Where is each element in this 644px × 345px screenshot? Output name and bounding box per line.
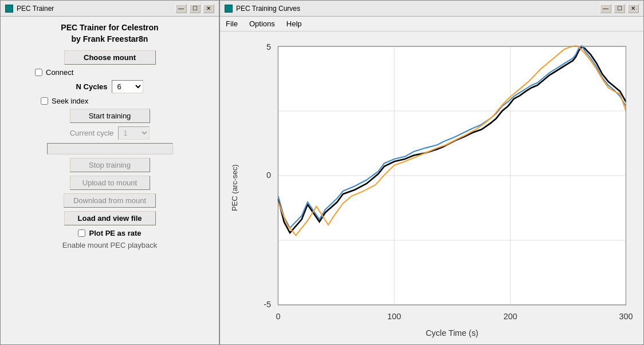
stop-training-button[interactable]: Stop training <box>70 158 150 172</box>
current-cycle-label: Current cycle <box>70 129 114 137</box>
n-cycles-label: N Cycles <box>76 82 108 91</box>
right-titlebar-left: PEC Training Curves <box>225 5 300 13</box>
current-cycle-dropdown[interactable]: 1 <box>118 126 150 140</box>
right-maximize-button[interactable]: ☐ <box>614 4 625 13</box>
left-titlebar: PEC Trainer — ☐ ✕ <box>1 1 219 17</box>
right-app-icon <box>225 5 233 13</box>
svg-text:100: 100 <box>387 311 401 320</box>
progress-bar <box>47 143 173 154</box>
svg-text:-5: -5 <box>264 300 271 309</box>
connect-label: Connect <box>46 68 73 77</box>
chart-inner: 5 0 -5 0 100 200 300 Cycle Time (s) <box>249 37 638 339</box>
left-panel: PEC Trainer — ☐ ✕ PEC Trainer for Celest… <box>0 0 219 345</box>
chart-y-label: PEC (arc-sec) <box>220 37 249 339</box>
plot-pe-label: Plot PE as rate <box>89 229 141 237</box>
seek-index-label: Seek index <box>52 97 88 105</box>
connect-checkbox[interactable] <box>35 69 42 76</box>
right-window-title: PEC Training Curves <box>236 5 300 13</box>
svg-text:0: 0 <box>276 311 280 320</box>
n-cycles-row: N Cycles 6 3 9 12 <box>76 80 144 93</box>
chart-svg: 5 0 -5 0 100 200 300 Cycle Time (s) <box>249 37 638 339</box>
app-title: PEC Trainer for Celestron by Frank Frees… <box>61 22 158 45</box>
minimize-button[interactable]: — <box>175 4 187 13</box>
menu-help[interactable]: Help <box>281 18 308 29</box>
chart-svg-container: 5 0 -5 0 100 200 300 Cycle Time (s) <box>249 37 638 339</box>
menu-bar: File Options Help <box>220 17 643 31</box>
plot-pe-checkbox[interactable] <box>78 229 85 237</box>
left-window-title: PEC Trainer <box>17 5 54 13</box>
right-close-button[interactable]: ✕ <box>627 4 639 13</box>
app-icon <box>5 5 13 13</box>
load-and-view-file-button[interactable]: Load and view file <box>64 211 156 225</box>
close-button[interactable]: ✕ <box>203 4 214 13</box>
menu-file[interactable]: File <box>220 18 244 29</box>
svg-text:200: 200 <box>504 311 517 320</box>
download-from-mount-button[interactable]: Download from mount <box>64 193 156 208</box>
chart-area: PEC (arc-sec) <box>220 31 643 344</box>
svg-text:0: 0 <box>266 170 271 180</box>
plot-pe-row: Plot PE as rate <box>78 229 141 237</box>
svg-text:5: 5 <box>266 42 271 51</box>
left-content: PEC Trainer for Celestron by Frank Frees… <box>1 17 219 344</box>
upload-to-mount-button[interactable]: Upload to mount <box>70 176 150 190</box>
seek-index-row: Seek index <box>41 97 88 105</box>
maximize-button[interactable]: ☐ <box>189 4 201 13</box>
app-title-line2: by Frank Freestar8n <box>61 34 158 45</box>
app-title-line1: PEC Trainer for Celestron <box>61 22 158 34</box>
right-minimize-button[interactable]: — <box>600 4 611 13</box>
seek-index-checkbox[interactable] <box>41 97 48 105</box>
svg-text:300: 300 <box>619 311 633 320</box>
current-cycle-row: Current cycle 1 <box>70 126 150 140</box>
choose-mount-button[interactable]: Choose mount <box>64 50 156 65</box>
left-titlebar-controls: — ☐ ✕ <box>175 4 214 13</box>
enable-mount-pec-label: Enable mount PEC playback <box>62 241 157 249</box>
right-titlebar: PEC Training Curves — ☐ ✕ <box>220 1 643 17</box>
connect-row: Connect <box>35 68 73 77</box>
menu-options[interactable]: Options <box>244 18 281 29</box>
start-training-button[interactable]: Start training <box>70 109 150 123</box>
svg-text:Cycle Time (s): Cycle Time (s) <box>426 328 478 337</box>
right-titlebar-controls: — ☐ ✕ <box>600 4 639 13</box>
right-panel: PEC Training Curves — ☐ ✕ File Options H… <box>219 0 644 345</box>
n-cycles-dropdown[interactable]: 6 3 9 12 <box>112 80 143 93</box>
titlebar-left: PEC Trainer <box>5 5 54 13</box>
